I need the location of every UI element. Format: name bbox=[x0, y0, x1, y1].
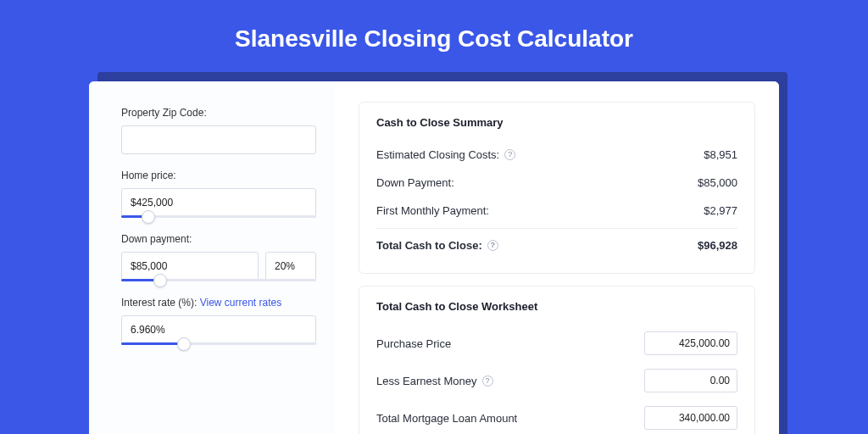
summary-total-value: $96,928 bbox=[698, 239, 737, 252]
calculator-card: Property Zip Code: Home price: Down paym… bbox=[89, 81, 779, 434]
help-icon[interactable]: ? bbox=[504, 149, 515, 160]
down-payment-group: Down payment: bbox=[121, 233, 316, 281]
down-payment-amount-input[interactable] bbox=[121, 252, 259, 281]
home-price-slider[interactable] bbox=[121, 215, 316, 218]
worksheet-row-label: Purchase Price bbox=[376, 337, 451, 350]
summary-heading: Cash to Close Summary bbox=[376, 116, 737, 129]
summary-row-label: Estimated Closing Costs: bbox=[376, 148, 499, 161]
zip-input[interactable] bbox=[121, 125, 316, 154]
inputs-panel: Property Zip Code: Home price: Down paym… bbox=[89, 81, 335, 434]
worksheet-row-label: Less Earnest Money bbox=[376, 375, 477, 387]
home-price-label: Home price: bbox=[121, 170, 316, 181]
worksheet-row: Purchase Price bbox=[376, 325, 737, 362]
worksheet-earnest-money-input[interactable] bbox=[644, 369, 737, 392]
summary-row-value: $85,000 bbox=[698, 176, 737, 189]
summary-row-label: Down Payment: bbox=[376, 176, 454, 189]
worksheet-row: Total Mortgage Loan Amount bbox=[376, 399, 737, 434]
results-panel: Cash to Close Summary Estimated Closing … bbox=[335, 81, 779, 434]
summary-panel: Cash to Close Summary Estimated Closing … bbox=[359, 102, 755, 274]
interest-rate-slider[interactable] bbox=[121, 342, 316, 345]
interest-rate-label: Interest rate (%): View current rates bbox=[121, 297, 316, 309]
interest-rate-group: Interest rate (%): View current rates bbox=[121, 297, 316, 345]
down-payment-label: Down payment: bbox=[121, 233, 316, 245]
help-icon[interactable]: ? bbox=[487, 240, 498, 251]
help-icon[interactable]: ? bbox=[482, 376, 493, 387]
page-title: Slanesville Closing Cost Calculator bbox=[0, 0, 868, 53]
down-payment-slider-thumb[interactable] bbox=[153, 274, 167, 287]
summary-row-label: First Monthly Payment: bbox=[376, 204, 489, 217]
down-payment-percent-input[interactable] bbox=[265, 252, 316, 281]
summary-total-label: Total Cash to Close: bbox=[376, 239, 482, 252]
summary-row: Estimated Closing Costs: ? $8,951 bbox=[376, 141, 737, 169]
summary-row-value: $8,951 bbox=[704, 148, 737, 161]
summary-row: First Monthly Payment: $2,977 bbox=[376, 197, 737, 225]
zip-group: Property Zip Code: bbox=[121, 107, 316, 154]
home-price-slider-thumb[interactable] bbox=[142, 210, 155, 224]
summary-row-value: $2,977 bbox=[704, 204, 737, 217]
worksheet-panel: Total Cash to Close Worksheet Purchase P… bbox=[359, 286, 755, 434]
worksheet-loan-amount-input[interactable] bbox=[644, 406, 737, 430]
interest-rate-input[interactable] bbox=[121, 315, 316, 344]
down-payment-slider[interactable] bbox=[121, 279, 316, 281]
worksheet-row-label: Total Mortgage Loan Amount bbox=[376, 412, 517, 425]
worksheet-heading: Total Cash to Close Worksheet bbox=[376, 300, 737, 313]
summary-row: Down Payment: $85,000 bbox=[376, 169, 737, 197]
zip-label: Property Zip Code: bbox=[121, 107, 316, 119]
worksheet-row: Less Earnest Money ? bbox=[376, 362, 737, 399]
worksheet-purchase-price-input[interactable] bbox=[644, 331, 737, 355]
summary-total-row: Total Cash to Close: ? $96,928 bbox=[376, 228, 737, 259]
home-price-group: Home price: bbox=[121, 170, 316, 218]
view-current-rates-link[interactable]: View current rates bbox=[200, 297, 282, 309]
interest-rate-slider-thumb[interactable] bbox=[177, 337, 191, 351]
